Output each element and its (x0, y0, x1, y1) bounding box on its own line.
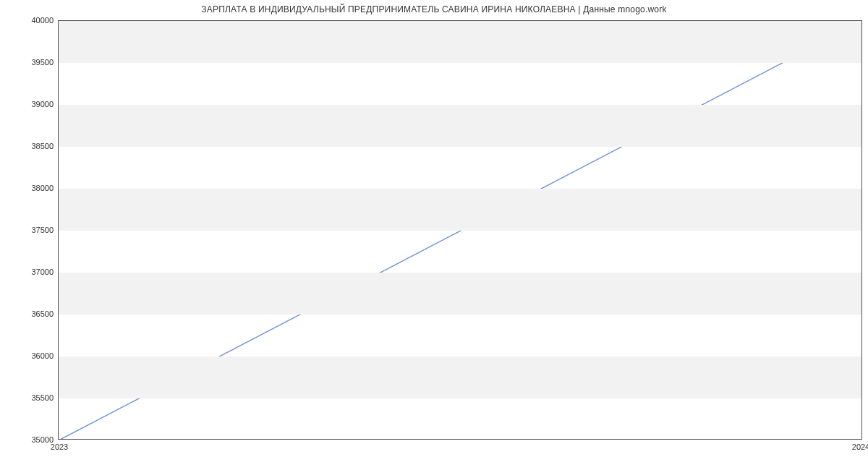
y-tick-label: 39000 (10, 100, 54, 108)
x-tick-label: 2023 (51, 443, 68, 451)
x-tick-label: 2024 (852, 443, 868, 451)
chart-title: ЗАРПЛАТА В ИНДИВИДУАЛЬНЫЙ ПРЕДПРИНИМАТЕЛ… (0, 4, 868, 14)
y-tick-label: 37500 (10, 226, 54, 234)
y-tick-label: 35500 (10, 393, 54, 402)
y-tick-label: 36500 (10, 309, 54, 318)
grid-band (59, 273, 861, 315)
y-tick-label: 39500 (10, 58, 54, 67)
y-tick-label: 37000 (10, 268, 54, 276)
y-tick-label: 40000 (10, 16, 54, 25)
plot-area (58, 20, 862, 440)
grid-band (59, 105, 861, 147)
y-tick-label: 38000 (10, 184, 54, 192)
grid-band (59, 356, 861, 398)
grid-band (59, 189, 861, 231)
salary-chart: ЗАРПЛАТА В ИНДИВИДУАЛЬНЫЙ ПРЕДПРИНИМАТЕЛ… (0, 0, 868, 470)
y-tick-label: 38500 (10, 142, 54, 150)
grid-band (59, 21, 861, 63)
y-tick-label: 35000 (10, 435, 54, 444)
y-tick-label: 36000 (10, 351, 54, 360)
